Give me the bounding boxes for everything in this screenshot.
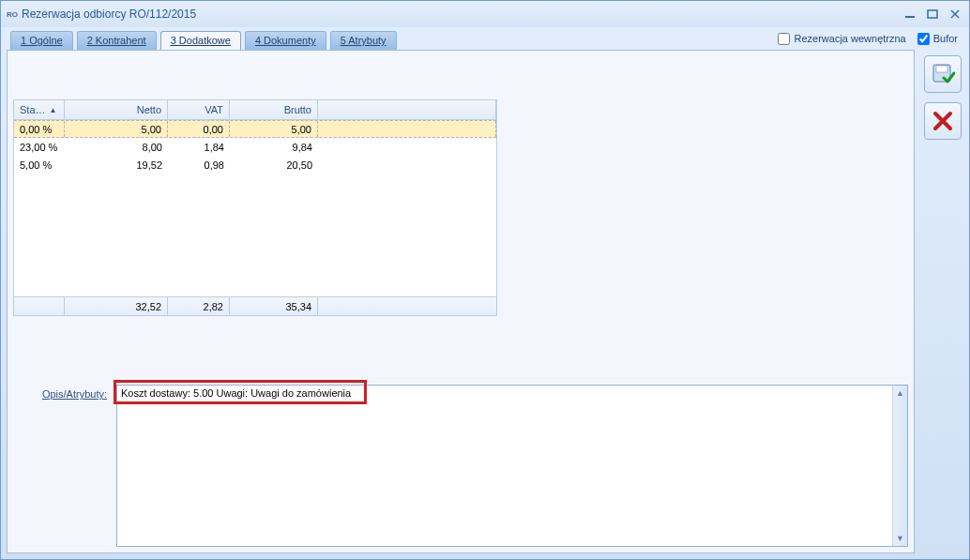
tab-row: 1 Ogólne2 Kontrahent3 Dodatkowe4 Dokumen… [1, 27, 969, 50]
svg-rect-5 [936, 66, 947, 72]
column-header-blank [318, 100, 496, 119]
tab-ogólne[interactable]: 1 Ogólne [10, 31, 73, 50]
grid-header: Sta… ▲ Netto VAT Brutto [14, 100, 496, 120]
column-header-netto[interactable]: Netto [65, 100, 168, 119]
titlebar[interactable]: RO Rezerwacja odbiorcy RO/112/2015 [1, 1, 969, 27]
side-buttons [924, 55, 962, 140]
column-header-stawka-label: Sta… [20, 104, 46, 115]
tab-dokumenty[interactable]: 4 Dokumenty [245, 31, 326, 50]
description-row: Opis/Atrybuty: Koszt dostawy: 5.00 Uwagi… [13, 385, 908, 547]
footer-netto: 32,52 [65, 297, 168, 315]
description-text: Koszt dostawy: 5.00 Uwagi: Uwagi do zamó… [121, 387, 888, 399]
sort-ascending-icon: ▲ [50, 106, 57, 114]
table-row[interactable]: 5,00 %19,520,9820,50 [14, 156, 496, 174]
ro-icon: RO [7, 10, 18, 19]
save-button[interactable] [924, 55, 962, 93]
footer-vat: 2,82 [168, 297, 230, 315]
cancel-button[interactable] [924, 102, 962, 140]
content-panel: Sta… ▲ Netto VAT Brutto 0,00 %5,000,005,… [7, 50, 915, 553]
tab-atrybuty[interactable]: 5 Atrybuty [330, 31, 397, 50]
table-row[interactable]: 0,00 %5,000,005,00 [14, 120, 496, 138]
maximize-button[interactable] [924, 7, 941, 22]
scroll-up-icon[interactable]: ▲ [893, 386, 907, 401]
column-header-brutto[interactable]: Brutto [230, 100, 318, 119]
vat-grid[interactable]: Sta… ▲ Netto VAT Brutto 0,00 %5,000,005,… [13, 99, 497, 316]
svg-rect-1 [928, 10, 937, 18]
grid-body[interactable]: 0,00 %5,000,005,0023,00 %8,001,849,845,0… [14, 120, 496, 296]
column-header-vat[interactable]: VAT [168, 100, 230, 119]
window-frame: RO Rezerwacja odbiorcy RO/112/2015 1 Ogó… [0, 0, 970, 560]
tab-kontrahent[interactable]: 2 Kontrahent [77, 31, 157, 50]
scroll-down-icon[interactable]: ▼ [893, 531, 907, 546]
save-check-icon [931, 62, 955, 86]
checkbox-bufor-label: Bufor [933, 33, 958, 44]
footer-brutto: 35,34 [230, 297, 318, 315]
checkbox-bufor[interactable]: Bufor [917, 33, 958, 45]
tab-dodatkowe[interactable]: 3 Dodatkowe [160, 31, 241, 50]
checkbox-rezerwacja-wewnetrzna-input[interactable] [778, 33, 790, 45]
checkbox-rezerwacja-wewnetrzna-label: Rezerwacja wewnętrzna [794, 33, 905, 44]
table-row[interactable]: 23,00 %8,001,849,84 [14, 138, 496, 156]
minimize-button[interactable] [902, 7, 918, 22]
close-button[interactable] [947, 7, 963, 22]
description-scrollbar[interactable]: ▲ ▼ [892, 386, 907, 546]
description-textarea[interactable]: Koszt dostawy: 5.00 Uwagi: Uwagi do zamó… [116, 385, 908, 547]
window-title: Rezerwacja odbiorcy RO/112/2015 [22, 8, 196, 21]
red-x-icon [932, 110, 954, 132]
footer-stawka [14, 297, 65, 315]
checkbox-rezerwacja-wewnetrzna[interactable]: Rezerwacja wewnętrzna [778, 33, 905, 45]
description-label[interactable]: Opis/Atrybuty: [13, 385, 111, 547]
checkbox-bufor-input[interactable] [917, 33, 930, 45]
grid-footer: 32,52 2,82 35,34 [14, 296, 496, 315]
column-header-stawka[interactable]: Sta… ▲ [14, 100, 65, 119]
